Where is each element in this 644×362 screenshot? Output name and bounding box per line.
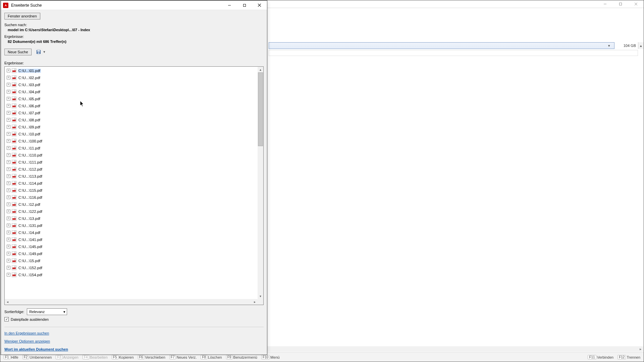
fkey-f1[interactable]: F1Hilfe	[2, 355, 20, 359]
results-tree[interactable]: +C:\U...\01.pdf+C:\U...\02.pdf+C:\U...\0…	[4, 66, 264, 305]
expand-icon[interactable]: +	[7, 104, 10, 108]
fkey-f10[interactable]: F10Menü	[260, 355, 281, 359]
expand-icon[interactable]: +	[7, 90, 10, 94]
expand-icon[interactable]: +	[7, 224, 10, 227]
result-row[interactable]: +C:\U...\14.pdf	[5, 229, 263, 236]
expand-icon[interactable]: +	[7, 69, 10, 72]
result-row[interactable]: +C:\U...\154.pdf	[5, 271, 263, 278]
result-row[interactable]: +C:\U...\100.pdf	[5, 137, 263, 144]
fkey-f2[interactable]: F2Umbenennen	[21, 355, 53, 359]
bg-close-button[interactable]	[628, 0, 644, 8]
save-dropdown-arrow-icon[interactable]: ▼	[43, 50, 46, 54]
expand-icon[interactable]: +	[7, 195, 10, 199]
result-row[interactable]: +C:\U...\131.pdf	[5, 222, 263, 229]
expand-icon[interactable]: +	[7, 217, 10, 220]
search-titlebar[interactable]: A Erweiterte Suche	[1, 1, 267, 10]
result-row[interactable]: +C:\U...\115.pdf	[5, 187, 263, 194]
result-row[interactable]: +C:\U...\06.pdf	[5, 102, 263, 109]
fkey-f6[interactable]: F6Verschieben	[137, 355, 167, 359]
result-row[interactable]: +C:\U...\149.pdf	[5, 250, 263, 257]
result-row[interactable]: +C:\U...\112.pdf	[5, 166, 263, 173]
expand-icon[interactable]: +	[7, 245, 10, 248]
expand-icon[interactable]: +	[7, 132, 10, 136]
expand-icon[interactable]: +	[7, 273, 10, 277]
results-vertical-scrollbar[interactable]: ▴ ▾	[258, 67, 263, 299]
expand-icon[interactable]: +	[7, 111, 10, 115]
expand-icon[interactable]: +	[7, 238, 10, 241]
scrollbar-thumb[interactable]	[258, 72, 263, 146]
result-row[interactable]: +C:\U...\10.pdf	[5, 130, 263, 137]
fkey-f5[interactable]: F5Kopieren	[110, 355, 135, 359]
bg-scroll-up-button[interactable]: ▴	[638, 42, 644, 49]
result-row[interactable]: +C:\U...\111.pdf	[5, 159, 263, 166]
fkey-f11[interactable]: F11Verbinden	[586, 355, 615, 359]
result-row[interactable]: +C:\U...\13.pdf	[5, 215, 263, 222]
fkey-f4[interactable]: F4Bearbeiten	[81, 355, 109, 359]
expand-icon[interactable]: +	[7, 125, 10, 129]
result-row[interactable]: +C:\U...\08.pdf	[5, 116, 263, 123]
expand-icon[interactable]: +	[7, 188, 10, 192]
result-row[interactable]: +C:\U...\152.pdf	[5, 264, 263, 271]
expand-icon[interactable]: +	[7, 153, 10, 157]
expand-icon[interactable]: +	[7, 181, 10, 185]
expand-icon[interactable]: +	[7, 83, 10, 86]
scroll-right-icon[interactable]: ▸	[638, 346, 643, 352]
result-row[interactable]: +C:\U...\110.pdf	[5, 152, 263, 159]
result-row[interactable]: +C:\U...\03.pdf	[5, 81, 263, 88]
result-row[interactable]: +C:\U...\122.pdf	[5, 208, 263, 215]
maximize-button[interactable]	[237, 1, 252, 10]
bg-minimize-button[interactable]	[597, 0, 613, 8]
expand-icon[interactable]: +	[7, 259, 10, 262]
expand-icon[interactable]: +	[7, 118, 10, 122]
result-row[interactable]: +C:\U...\12.pdf	[5, 201, 263, 208]
bg-maximize-button[interactable]	[613, 0, 628, 8]
result-row[interactable]: +C:\U...\07.pdf	[5, 109, 263, 116]
scroll-right-icon[interactable]: ▸	[252, 299, 258, 305]
results-horizontal-scrollbar[interactable]: ◂ ▸	[5, 299, 258, 305]
search-current-doc-link[interactable]: Wort im aktuellen Dokument suchen	[4, 347, 264, 351]
result-row[interactable]: +C:\U...\01.pdf	[5, 67, 263, 74]
result-row[interactable]: +C:\U...\114.pdf	[5, 180, 263, 187]
expand-icon[interactable]: +	[7, 202, 10, 206]
result-row[interactable]: +C:\U...\11.pdf	[5, 144, 263, 152]
expand-icon[interactable]: +	[7, 97, 10, 101]
expand-icon[interactable]: +	[7, 139, 10, 143]
expand-icon[interactable]: +	[7, 266, 10, 269]
result-row[interactable]: +C:\U...\04.pdf	[5, 88, 263, 95]
close-button[interactable]	[252, 1, 267, 10]
fkey-f3[interactable]: F3Anzeigen	[54, 355, 80, 359]
sort-order-select[interactable]: Relevanz ▾	[27, 308, 67, 315]
result-row[interactable]: +C:\U...\05.pdf	[5, 95, 263, 102]
scroll-up-icon[interactable]: ▴	[258, 67, 263, 72]
arrange-windows-button[interactable]: Fenster anordnen	[4, 13, 40, 19]
save-results-button[interactable]	[35, 48, 42, 56]
expand-icon[interactable]: +	[7, 167, 10, 171]
bg-address-bar[interactable]: ▾	[269, 42, 614, 49]
result-row[interactable]: +C:\U...\113.pdf	[5, 173, 263, 180]
minimize-button[interactable]	[222, 1, 237, 10]
expand-icon[interactable]: +	[7, 231, 10, 234]
fkey-f12[interactable]: F12Trennen	[616, 355, 642, 359]
fkey-f8[interactable]: F8Löschen	[199, 355, 223, 359]
expand-icon[interactable]: +	[7, 252, 10, 255]
result-row[interactable]: +C:\U...\116.pdf	[5, 194, 263, 201]
search-in-results-link[interactable]: In den Ergebnissen suchen	[4, 331, 264, 335]
expand-icon[interactable]: +	[7, 209, 10, 213]
expand-icon[interactable]: +	[7, 174, 10, 178]
fkey-f7[interactable]: F7Neues Verz.	[168, 355, 198, 359]
expand-icon[interactable]: +	[7, 146, 10, 150]
result-row[interactable]: +C:\U...\15.pdf	[5, 257, 263, 264]
less-options-link[interactable]: Weniger Optionen anzeigen	[4, 339, 264, 343]
bg-file-list[interactable]	[269, 50, 638, 56]
new-search-button[interactable]: Neue Suche	[4, 49, 32, 55]
fkey-f9[interactable]: F9Benutzermenü	[225, 355, 259, 359]
result-row[interactable]: +C:\U...\02.pdf	[5, 74, 263, 81]
hide-paths-checkbox[interactable]: ✓	[4, 317, 9, 321]
result-row[interactable]: +C:\U...\145.pdf	[5, 243, 263, 250]
result-row[interactable]: +C:\U...\141.pdf	[5, 236, 263, 243]
expand-icon[interactable]: +	[7, 160, 10, 164]
scroll-left-icon[interactable]: ◂	[5, 299, 10, 305]
expand-icon[interactable]: +	[7, 76, 10, 79]
scroll-down-icon[interactable]: ▾	[258, 293, 263, 299]
result-row[interactable]: +C:\U...\09.pdf	[5, 123, 263, 130]
